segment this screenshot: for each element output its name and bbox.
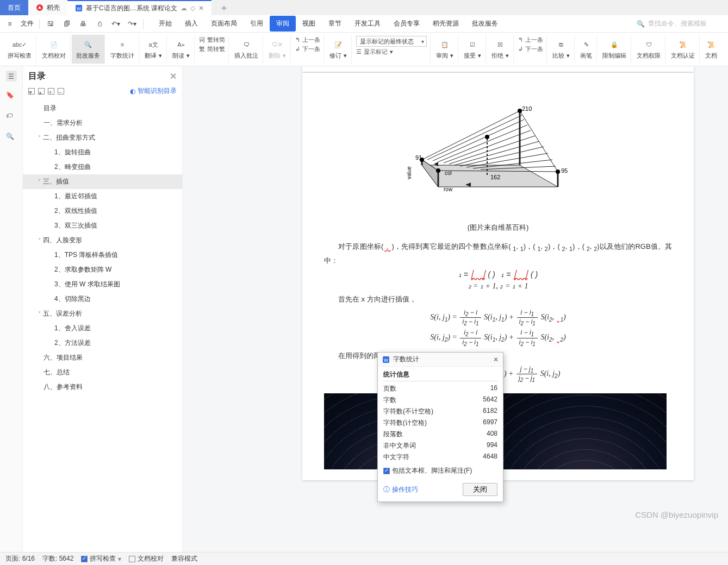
- dialog-close-icon[interactable]: ✕: [493, 356, 499, 363]
- save-icon[interactable]: 🖫: [45, 18, 56, 29]
- menu-开始[interactable]: 开始: [152, 16, 178, 32]
- toc-item[interactable]: 1、TPS 薄板样条插值: [23, 248, 182, 262]
- toc-close-icon[interactable]: ✕: [170, 71, 177, 81]
- menu-审阅[interactable]: 审阅: [270, 16, 296, 32]
- ribbon-translate[interactable]: a文翻译▾: [140, 35, 167, 64]
- prev-comment[interactable]: ↰上一条: [295, 36, 320, 44]
- toc-tool-expand[interactable]: ▴: [38, 88, 45, 95]
- ribbon-doc-permission[interactable]: 🛡文档权限: [632, 35, 665, 64]
- menu-插入[interactable]: 插入: [178, 16, 204, 32]
- toc-item[interactable]: 2、方法误差: [23, 336, 182, 350]
- save-as-icon[interactable]: 🗐: [61, 18, 72, 29]
- file-menu[interactable]: 文件: [21, 19, 34, 28]
- toc-item[interactable]: 2、求取参数矩阵 W: [23, 262, 182, 277]
- ribbon-reject[interactable]: ☒拒绝▾: [487, 35, 514, 64]
- status-wordcount[interactable]: 字数: 5642: [42, 554, 73, 563]
- ribbon-doc-auth[interactable]: 📜文档认证: [667, 35, 700, 64]
- toc-item[interactable]: 2、双线性插值: [23, 204, 182, 218]
- dialog-include-checkbox[interactable]: 包括文本框、脚注和尾注(F): [383, 466, 497, 475]
- toc-item[interactable]: 一、需求分析: [23, 116, 182, 130]
- watermark: CSDN @biyezuopinvip: [635, 510, 718, 519]
- print-preview-icon[interactable]: ⎙: [94, 18, 105, 29]
- status-proof-toggle[interactable]: 文档校对: [129, 554, 164, 563]
- toc-item[interactable]: 3、双三次插值: [23, 218, 182, 233]
- menu-稻壳资源[interactable]: 稻壳资源: [426, 16, 465, 32]
- dialog-tips-link[interactable]: ⓘ操作技巧: [383, 485, 418, 494]
- display-state-select[interactable]: 显示标记的最终状态: [356, 36, 427, 47]
- ribbon-ink[interactable]: ✎画笔: [576, 35, 597, 64]
- undo-icon[interactable]: ↶▾: [110, 18, 121, 29]
- tab-close-icon[interactable]: ✕: [198, 4, 204, 12]
- toc-item-label: 4、切除黑边: [54, 294, 91, 304]
- menu-章节[interactable]: 章节: [322, 16, 348, 32]
- dialog-close-button[interactable]: 关闭: [463, 483, 497, 496]
- toc-item[interactable]: ˅三、插值: [23, 174, 182, 189]
- toc-tool-collapse[interactable]: ▾: [28, 88, 35, 95]
- search-pane-icon[interactable]: 🔍: [6, 133, 17, 143]
- ribbon: abc✓拼写检查 📄文档校对 🔍批改服务 ≡字数统计 a文翻译▾ A»朗读▾ 词…: [0, 33, 728, 66]
- toc-item[interactable]: 七、总结: [23, 365, 182, 380]
- toc-item[interactable]: ˅四、人脸变形: [23, 233, 182, 248]
- show-marks[interactable]: ☰显示标记▾: [356, 48, 393, 56]
- toc-item[interactable]: 1、舍入误差: [23, 321, 182, 336]
- status-page[interactable]: 页面: 6/16: [5, 554, 35, 563]
- tab-docker[interactable]: 稻壳: [28, 0, 67, 15]
- label: 简转繁: [207, 45, 225, 53]
- prev-change[interactable]: ↰上一条: [518, 36, 543, 44]
- ribbon-spellcheck[interactable]: abc✓拼写检查: [3, 35, 36, 64]
- ribbon-track-changes[interactable]: 📝修订▾: [325, 35, 352, 64]
- toc-item[interactable]: ˅五、误差分析: [23, 306, 182, 321]
- menu-开发工具[interactable]: 开发工具: [348, 16, 387, 32]
- toc-tool-minus[interactable]: −: [58, 88, 64, 95]
- ribbon-doc-compare[interactable]: 📄文档校对: [38, 35, 71, 64]
- toc-item[interactable]: 3、使用 W 求取结果图: [23, 277, 182, 292]
- document-canvas[interactable]: 91 210 95 162 value col row (图片来自维基百科) 对…: [183, 66, 728, 552]
- menu-页面布局[interactable]: 页面布局: [204, 16, 244, 32]
- stat-key: 字符数(不计空格): [383, 407, 433, 416]
- toc-item-label: 2、方法误差: [54, 338, 91, 348]
- redo-icon[interactable]: ↷▾: [127, 18, 138, 29]
- ribbon-read-aloud[interactable]: A»朗读▾: [168, 35, 195, 64]
- print-icon[interactable]: 🖶: [78, 18, 89, 29]
- hamburger-icon[interactable]: ≡: [4, 18, 15, 29]
- toc-item[interactable]: 六、项目结果: [23, 350, 182, 365]
- command-search[interactable]: 🔍 查找命令、搜索模板: [637, 19, 724, 28]
- menu-会员专享[interactable]: 会员专享: [387, 16, 426, 32]
- toc-item[interactable]: 2、畸变扭曲: [23, 160, 182, 174]
- toc-item[interactable]: 1、最近邻插值: [23, 189, 182, 204]
- ribbon-delete-comment[interactable]: 🗨✕删除▾: [264, 35, 291, 64]
- next-comment[interactable]: ↲下一条: [295, 45, 320, 53]
- toc-item[interactable]: ˅二、扭曲变形方式: [23, 130, 182, 145]
- bookmark-pane-icon[interactable]: 🔖: [6, 91, 17, 102]
- next-change[interactable]: ↲下一条: [518, 45, 543, 53]
- toc-item[interactable]: 八、参考资料: [23, 380, 182, 394]
- to-traditional[interactable]: 繁简转繁: [199, 45, 225, 53]
- toc-tool-plus[interactable]: +: [48, 88, 54, 95]
- tab-new[interactable]: ＋: [211, 0, 237, 15]
- ribbon-review-service[interactable]: 🔍批改服务: [72, 35, 105, 64]
- search-placeholder: 查找命令、搜索模板: [648, 19, 707, 28]
- tab-home[interactable]: 首页: [0, 0, 28, 15]
- toc-item[interactable]: 1、旋转扭曲: [23, 145, 182, 160]
- outline-pane-icon[interactable]: ☰: [6, 71, 17, 81]
- toc-auto-detect[interactable]: ◐智能识别目录: [130, 86, 177, 96]
- ribbon-accept[interactable]: ☑接受▾: [459, 35, 486, 64]
- ribbon-word-count[interactable]: ≡字数统计: [106, 35, 139, 64]
- ribbon-insert-comment[interactable]: 🗨插入批注: [230, 35, 263, 64]
- toc-item[interactable]: 目录: [23, 101, 182, 116]
- menu-视图[interactable]: 视图: [296, 16, 322, 32]
- ribbon-compare[interactable]: ⧉比较▾: [548, 35, 575, 64]
- to-simplified[interactable]: 词繁转简: [199, 36, 225, 44]
- menu-引用[interactable]: 引用: [244, 16, 270, 32]
- selection-pane-icon[interactable]: 🏷: [6, 112, 17, 123]
- toc-title: 目录: [28, 71, 46, 82]
- ribbon-doc-auth2[interactable]: 📜文档: [701, 35, 721, 64]
- ribbon-restrict-editing[interactable]: 🔒限制编辑: [598, 35, 631, 64]
- menu-批改服务[interactable]: 批改服务: [465, 16, 505, 32]
- tab-pin-icon[interactable]: ◇: [190, 4, 195, 12]
- tab-document[interactable]: W 基于C语言的图…系统 课程论文 ☁ ◇ ✕: [67, 0, 211, 15]
- toc-item[interactable]: 4、切除黑边: [23, 292, 182, 306]
- ribbon-review[interactable]: 📋审阅▾: [432, 35, 458, 64]
- status-spellcheck-toggle[interactable]: 拼写检查▾: [81, 554, 121, 563]
- toc-item-label: 四、人脸变形: [43, 236, 82, 245]
